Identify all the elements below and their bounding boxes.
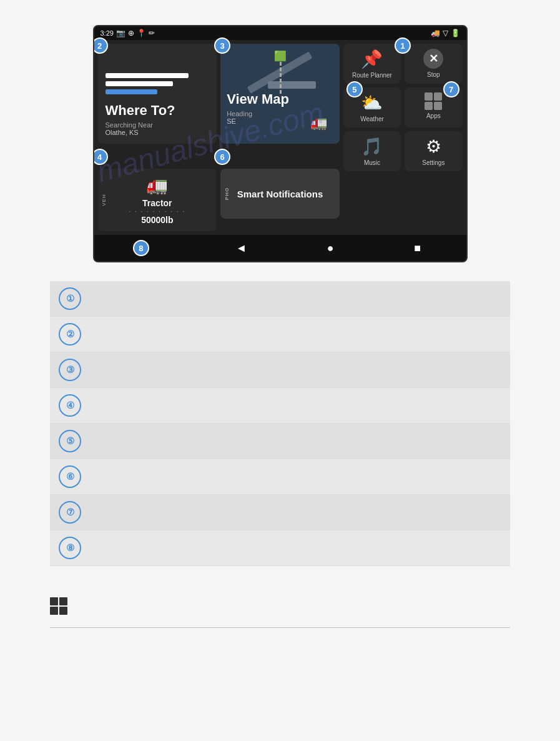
pin-icon: 📍	[137, 29, 146, 37]
view-map-label: Heading	[227, 110, 289, 117]
table-row-5: ⑤	[50, 424, 510, 459]
wifi-icon: ▽	[443, 29, 448, 37]
route-planner-icon: 📌	[361, 49, 383, 69]
map-route-dashes	[280, 56, 305, 94]
row-num-6: ⑥	[59, 465, 81, 488]
badge-1: 1	[395, 37, 411, 54]
smart-notif-label: Smart Notifications	[237, 189, 323, 199]
row-num-5: ⑤	[59, 430, 81, 452]
badge-8: 8	[133, 240, 149, 256]
notif-vertical-label: PHO	[224, 187, 230, 200]
map-truck-marker: 🚛	[310, 115, 327, 131]
table-row-8: ⑧	[50, 530, 510, 566]
reference-table: ① ② ③ ④ ⑤ ⑥ ⑦ ⑧	[50, 281, 510, 566]
back-button[interactable]: ◄	[235, 242, 247, 255]
tile-where-to[interactable]: Where To? Searching Near Olathe, KS	[98, 44, 217, 144]
status-bar-left: 3:29 📷 ⊕ 📍 ✏	[101, 29, 155, 37]
row-num-4: ④	[59, 394, 81, 417]
apps-icon	[425, 92, 442, 110]
battery-icon: 🔋	[451, 29, 460, 37]
apps-icon-large	[50, 597, 67, 615]
tile-view-map[interactable]: 🚛 🟩 View Map Heading SE	[220, 44, 340, 144]
view-map-direction: SE	[227, 117, 289, 125]
tile-settings[interactable]: ⚙ Settings	[405, 131, 462, 171]
edit-icon: ✏	[149, 29, 155, 37]
apps-icon-cell-tl	[50, 597, 58, 605]
tile-vehicle[interactable]: VEH 🚛 Tractor · · · · · · · · · · 50000l…	[98, 169, 217, 231]
truck-icon-tile: 🚛	[104, 175, 211, 196]
status-bar: 3:29 📷 ⊕ 📍 ✏ 🚚 ▽ 🔋	[94, 26, 466, 40]
square-button[interactable]: ■	[414, 242, 421, 255]
truck-line-3	[106, 89, 157, 94]
apps-icon-cell-bl	[50, 607, 58, 615]
tile-smart-notifications[interactable]: PHO Smart Notifications	[220, 169, 340, 219]
camera-icon: 📷	[116, 29, 125, 37]
home-button[interactable]: ●	[327, 242, 334, 255]
main-grid: 2 Where To? Searching Near Olathe, KS 4	[94, 40, 466, 235]
tile-route-planner[interactable]: 📌 Route Planner	[343, 44, 401, 84]
route-planner-label: Route Planner	[352, 72, 392, 79]
apps-icon-cell	[434, 102, 442, 110]
truck-line-2	[106, 81, 173, 86]
vehicle-dots: · · · · · · · · · ·	[104, 208, 211, 215]
table-row-6: ⑥	[50, 459, 510, 495]
apps-icon-cell-tr	[59, 597, 67, 605]
row-num-8: ⑧	[59, 537, 81, 559]
where-to-subtitle: Searching Near	[106, 121, 210, 129]
view-map-overlay: View Map Heading SE	[227, 91, 289, 125]
view-map-title: View Map	[227, 91, 289, 107]
badge-2: 2	[93, 37, 108, 54]
status-time: 3:29	[101, 29, 114, 37]
truck-illustration	[106, 73, 210, 97]
stop-icon: ✕	[423, 49, 443, 69]
bottom-section	[50, 597, 510, 634]
row-num-7: ⑦	[59, 501, 81, 524]
weather-label: Weather	[360, 116, 384, 122]
settings-icon: ⚙	[426, 136, 441, 157]
vehicle-weight: 50000lb	[104, 215, 211, 225]
truck-icon: 🚚	[431, 29, 440, 37]
music-icon: 🎵	[361, 136, 383, 157]
map-flag: 🟩	[274, 50, 287, 62]
badge-5: 5	[346, 81, 363, 97]
apps-label: Apps	[426, 112, 441, 119]
settings-label: Settings	[422, 159, 445, 166]
stop-label: Stop	[427, 71, 440, 78]
badge-7: 7	[443, 81, 459, 97]
row-num-2: ②	[59, 323, 81, 346]
mid-icon-grid: 5 7 ⛅ Weather Apps	[343, 87, 463, 127]
bottom-divider	[50, 627, 510, 628]
table-row-7: ⑦	[50, 495, 510, 530]
table-row-2: ②	[50, 317, 510, 352]
apps-icon-cell-br	[59, 607, 67, 615]
apps-icon-cell	[434, 92, 442, 101]
device-screen: 3:29 📷 ⊕ 📍 ✏ 🚚 ▽ 🔋 2	[93, 25, 468, 262]
vehicle-name: Tractor	[104, 198, 211, 208]
tile-stop[interactable]: ✕ Stop	[405, 44, 462, 84]
weather-icon: ⛅	[361, 92, 383, 113]
music-label: Music	[364, 159, 380, 166]
nav-bar: 8 ◄ ● ■	[94, 235, 466, 261]
apps-icon-cell	[425, 102, 433, 110]
badge-4: 4	[93, 149, 108, 165]
apps-icon-container	[50, 597, 510, 615]
table-row-4: ④	[50, 388, 510, 424]
where-to-title: Where To?	[106, 102, 210, 119]
tile-music[interactable]: 🎵 Music	[343, 131, 401, 171]
table-row-3: ③	[50, 352, 510, 388]
badge-3: 3	[214, 37, 230, 54]
vehicle-vertical-label: VEH	[101, 194, 107, 206]
table-row-1: ①	[50, 281, 510, 317]
bot-icon-grid: 🎵 Music ⚙ Settings	[343, 131, 463, 171]
row-num-1: ①	[59, 287, 81, 310]
apps-icon-cell	[425, 92, 433, 101]
bluetooth-icon: ⊕	[128, 29, 134, 37]
row-num-3: ③	[59, 359, 81, 381]
badge-6: 6	[214, 149, 230, 165]
where-to-location: Olathe, KS	[106, 129, 210, 136]
status-bar-right: 🚚 ▽ 🔋	[431, 29, 460, 37]
truck-line-1	[106, 73, 189, 78]
